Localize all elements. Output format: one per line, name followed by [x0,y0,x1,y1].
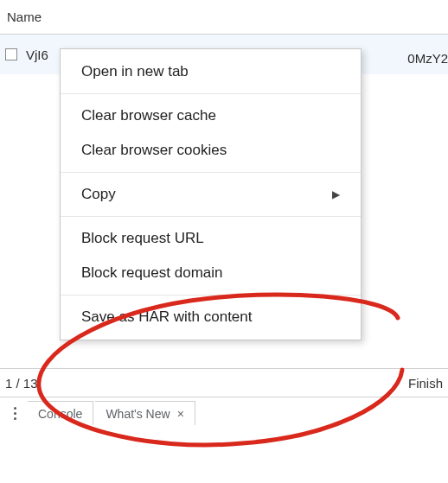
status-requests-count: 1 / 13 [5,376,38,391]
menu-copy[interactable]: Copy ▶ [61,177,361,212]
menu-block-request-url[interactable]: Block request URL [61,221,361,256]
network-status-bar: 1 / 13 Finish [0,368,448,397]
request-name-right-fragment: 0MzY2 [404,41,448,74]
menu-label: Block request URL [81,230,204,247]
menu-label: Clear browser cookies [81,142,227,159]
menu-label: Open in new tab [81,63,189,80]
menu-label: Save as HAR with content [81,308,252,326]
menu-separator [61,216,361,217]
menu-separator [61,295,361,296]
tab-whats-new[interactable]: What's New × [95,401,195,425]
menu-separator [61,172,361,173]
menu-save-as-har[interactable]: Save as HAR with content [61,300,361,334]
menu-block-request-domain[interactable]: Block request domain [61,256,361,290]
menu-open-in-new-tab[interactable]: Open in new tab [61,54,361,89]
row-checkbox[interactable] [5,48,17,60]
kebab-menu-icon[interactable] [3,407,26,420]
tab-console-label: Console [38,407,82,421]
close-icon[interactable]: × [177,408,184,420]
tab-whats-new-label: What's New [106,407,170,421]
menu-label: Clear browser cache [81,107,216,124]
menu-clear-cookies[interactable]: Clear browser cookies [61,133,361,168]
row-checkbox-cell [0,48,19,60]
status-finish-fragment: Finish [408,376,443,391]
menu-label: Block request domain [81,264,222,282]
drawer-tabs: Console What's New × [0,397,448,429]
chevron-right-icon: ▶ [332,188,340,200]
context-menu: Open in new tab Clear browser cache Clea… [60,48,362,340]
network-column-header[interactable]: Name [0,0,448,35]
menu-separator [61,93,361,94]
menu-label: Copy [81,186,116,203]
tab-console[interactable]: Console [28,401,93,425]
menu-clear-cache[interactable]: Clear browser cache [61,99,361,133]
column-label-name: Name [7,10,42,24]
request-name-left-fragment: VjI6 [19,48,48,62]
